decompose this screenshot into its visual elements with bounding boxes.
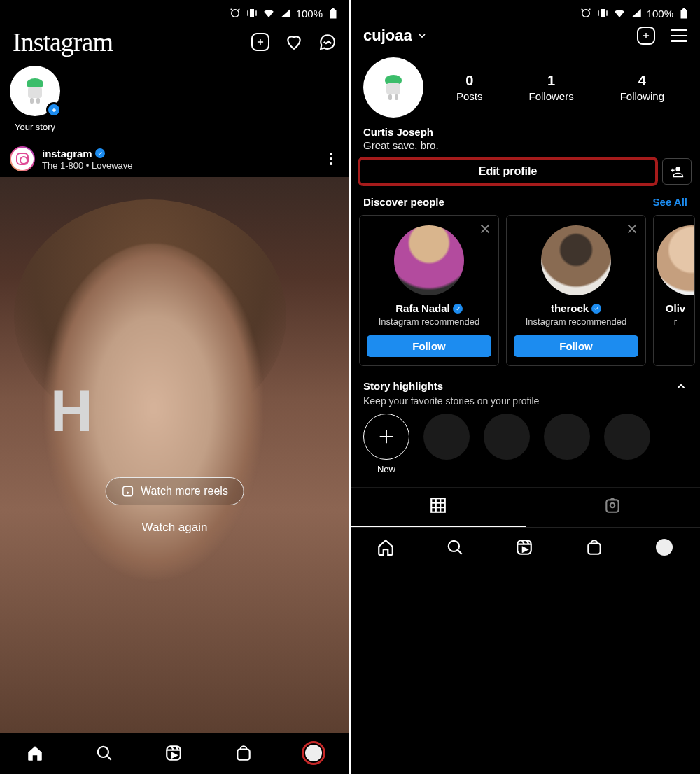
discover-people-toggle[interactable] — [662, 158, 692, 185]
post-username[interactable]: instagram — [42, 148, 92, 160]
highlight-placeholder — [604, 414, 650, 460]
highlights-tray[interactable]: New — [351, 414, 700, 480]
create-post-button[interactable] — [637, 27, 655, 45]
highlight-new-label: New — [363, 464, 410, 474]
tagged-icon — [603, 496, 622, 514]
profile-header: cujoaa — [351, 22, 700, 53]
suggestion-card: Rafa Nadal Instagram recommended Follow — [359, 215, 499, 366]
activity-icon[interactable] — [285, 33, 303, 51]
svg-point-12 — [676, 167, 680, 171]
vibrate-icon — [596, 7, 609, 20]
nav-home-icon[interactable] — [26, 744, 44, 762]
svg-rect-2 — [30, 98, 34, 104]
highlight-placeholder — [424, 414, 470, 460]
profile-screen: 100% cujoaa 0Posts 1Followers 4Following… — [351, 0, 700, 774]
svg-rect-13 — [431, 498, 445, 512]
reels-icon — [121, 485, 134, 498]
nav-shop-icon[interactable] — [585, 538, 603, 556]
signal-icon — [279, 7, 292, 20]
username-dropdown[interactable]: cujoaa — [363, 27, 428, 45]
post-more-button[interactable] — [323, 150, 340, 167]
avatar-icon — [18, 74, 52, 108]
highlight-new-button[interactable] — [363, 414, 410, 460]
nav-profile-button[interactable] — [304, 743, 323, 763]
status-bar: 100% — [0, 0, 349, 22]
story-highlights-title: Story highlights — [363, 380, 443, 392]
stat-following[interactable]: 4Following — [620, 73, 664, 102]
nav-profile-button[interactable] — [654, 537, 674, 557]
profile-avatar[interactable] — [363, 57, 424, 118]
post-subtitle: The 1-800 • Lovewave — [42, 160, 133, 171]
your-story-label: Your story — [10, 122, 60, 132]
avatar-icon — [377, 71, 410, 104]
feed-screen: 100% Instagram Your story instagram The … — [0, 0, 351, 774]
svg-rect-14 — [607, 500, 619, 512]
svg-rect-9 — [386, 83, 400, 94]
battery-icon — [678, 7, 690, 20]
feed-post: instagram The 1-800 • Lovewave H Watch m… — [0, 141, 349, 733]
battery-text: 100% — [296, 8, 323, 20]
edit-profile-button[interactable]: Edit profile — [359, 158, 657, 185]
chevron-down-icon — [416, 30, 428, 41]
highlight-placeholder — [484, 414, 530, 460]
nav-home-icon[interactable] — [377, 538, 395, 556]
wifi-icon — [262, 7, 275, 20]
dismiss-suggestion-button[interactable] — [624, 221, 640, 237]
nav-reels-icon[interactable] — [164, 744, 183, 762]
profile-bio: Curtis Joseph Great save, bro. — [351, 123, 700, 158]
svg-rect-18 — [588, 543, 600, 554]
watch-more-reels-button[interactable]: Watch more reels — [105, 477, 244, 505]
post-header[interactable]: instagram The 1-800 • Lovewave — [0, 141, 349, 177]
discover-people-title: Discover people — [363, 196, 444, 208]
signal-icon — [630, 7, 643, 20]
grid-icon — [429, 496, 447, 514]
status-bar: 100% — [351, 0, 700, 22]
profile-info: 0Posts 1Followers 4Following — [351, 53, 700, 123]
display-name: Curtis Joseph — [363, 126, 687, 138]
verified-icon — [592, 304, 601, 314]
alarm-icon — [229, 7, 241, 20]
suggestion-avatar[interactable] — [394, 225, 464, 295]
svg-rect-10 — [388, 94, 392, 100]
instagram-logo[interactable]: Instagram — [13, 27, 113, 57]
reel-video[interactable]: H Watch more reels Watch again — [0, 177, 349, 733]
your-story[interactable]: Your story — [10, 66, 60, 132]
suggestion-avatar[interactable] — [541, 225, 611, 295]
messenger-icon[interactable] — [318, 33, 337, 51]
svg-point-5 — [98, 747, 108, 757]
profile-tabs — [351, 487, 700, 527]
vibrate-icon — [246, 7, 258, 20]
follow-button[interactable]: Follow — [514, 335, 638, 357]
add-user-icon — [670, 164, 684, 178]
reel-overlay-letter: H — [50, 377, 93, 445]
tab-tagged[interactable] — [526, 488, 701, 527]
svg-point-15 — [610, 503, 615, 508]
stories-tray[interactable]: Your story — [0, 66, 349, 141]
battery-text: 100% — [647, 8, 673, 20]
watch-again-button[interactable]: Watch again — [105, 521, 244, 535]
svg-rect-4 — [122, 486, 132, 496]
alarm-icon — [580, 7, 592, 20]
nav-search-icon[interactable] — [446, 538, 464, 556]
nav-reels-icon[interactable] — [515, 538, 533, 556]
stat-posts[interactable]: 0Posts — [456, 73, 483, 102]
stat-followers[interactable]: 1Followers — [528, 73, 573, 102]
nav-shop-icon[interactable] — [234, 744, 253, 762]
chevron-up-icon[interactable] — [675, 380, 687, 393]
follow-button[interactable]: Follow — [367, 335, 491, 357]
suggestion-avatar[interactable] — [657, 225, 695, 295]
see-all-link[interactable]: See All — [653, 196, 687, 208]
bottom-nav — [0, 733, 349, 774]
dismiss-suggestion-button[interactable] — [477, 221, 493, 237]
suggestion-card: therock Instagram recommended Follow — [506, 215, 646, 366]
menu-button[interactable] — [671, 29, 687, 42]
post-avatar[interactable] — [10, 146, 35, 171]
nav-search-icon[interactable] — [95, 744, 113, 762]
create-post-button[interactable] — [251, 33, 270, 51]
tab-grid[interactable] — [351, 488, 526, 527]
bottom-nav — [351, 527, 700, 568]
suggestion-card: Oliv r — [653, 215, 695, 366]
verified-icon — [95, 148, 105, 158]
bio-text: Great save, bro. — [363, 139, 687, 151]
discover-people-cards[interactable]: Rafa Nadal Instagram recommended Follow … — [351, 215, 700, 380]
